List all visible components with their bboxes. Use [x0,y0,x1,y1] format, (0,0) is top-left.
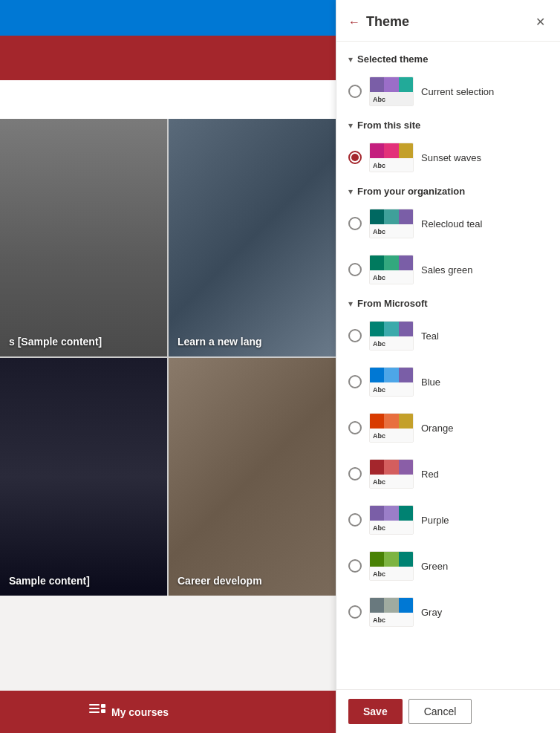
left-content: s [Sample content] Learn a new lang Samp… [0,0,336,733]
swatch-green: Abc [369,551,414,581]
my-courses-label: My courses [111,706,169,718]
section-from-site-header: ▾ From this site [348,120,548,131]
white-bar [0,80,336,119]
radio-current[interactable] [348,85,362,98]
card-4-image [169,358,336,596]
theme-option-orange[interactable]: Abc Orange [348,410,548,446]
radio-blue[interactable] [348,375,362,388]
panel-footer: Save Cancel [336,689,560,733]
card-3-image [0,358,167,596]
theme-panel: ← Theme ✕ ▾ Selected theme Abc Current s… [336,0,560,733]
swatch-orange: Abc [369,413,414,443]
theme-name-gray: Gray [421,607,442,618]
svg-rect-4 [101,709,105,713]
theme-option-relecloud[interactable]: Abc Relecloud teal [348,206,548,241]
card-2[interactable]: Learn a new lang [169,119,336,356]
theme-name-current: Current selection [421,86,494,97]
section-from-microsoft-label: From Microsoft [357,298,428,309]
chevron-down-icon-4: ▾ [348,299,353,309]
section-from-org-header: ▾ From your organization [348,186,548,197]
theme-option-blue[interactable]: Abc Blue [348,364,548,400]
swatch-purple: Abc [369,505,414,535]
radio-sunset[interactable] [348,151,362,164]
radio-purple[interactable] [348,513,362,527]
section-selected-theme-label: Selected theme [357,53,428,65]
card-4[interactable]: Career developm [169,358,336,596]
swatch-red: Abc [369,459,414,489]
theme-name-teal: Teal [421,330,439,342]
svg-rect-3 [101,704,105,708]
section-from-microsoft-header: ▾ From Microsoft [348,298,548,309]
my-courses-icon [89,703,105,720]
section-selected-theme-header: ▾ Selected theme [348,53,548,65]
swatch-relecloud: Abc [369,209,414,238]
theme-option-salesgreen[interactable]: Abc Sales green [348,252,548,287]
swatch-teal: Abc [369,321,414,351]
card-grid: s [Sample content] Learn a new lang Samp… [0,119,336,596]
radio-teal[interactable] [348,329,362,342]
swatch-current: Abc [369,76,414,106]
panel-header: ← Theme ✕ [336,0,560,42]
bottom-nav[interactable]: My courses [0,691,336,733]
theme-name-blue: Blue [421,377,440,388]
theme-option-sunset[interactable]: Abc Sunset waves [348,140,548,175]
save-button[interactable]: Save [348,699,403,724]
radio-gray[interactable] [348,605,362,619]
swatch-blue: Abc [369,367,414,397]
theme-option-green[interactable]: Abc Green [348,548,548,584]
theme-option-red[interactable]: Abc Red [348,456,548,492]
theme-name-green: Green [421,561,448,572]
radio-relecloud[interactable] [348,217,362,230]
swatch-salesgreen: Abc [369,255,414,284]
card-3-label: Sample content] [9,575,90,587]
card-2-label: Learn a new lang [178,336,262,348]
card-4-label: Career developm [178,575,262,587]
svg-rect-1 [89,708,100,709]
panel-body: ▾ Selected theme Abc Current selection ▾… [336,42,560,689]
chevron-down-icon: ▾ [348,54,353,65]
swatch-sunset: Abc [369,143,414,172]
card-1-image [0,119,167,356]
section-from-org-label: From your organization [357,186,465,197]
theme-option-gray[interactable]: Abc Gray [348,594,548,630]
chevron-down-icon-2: ▾ [348,120,353,131]
card-1[interactable]: s [Sample content] [0,119,167,356]
radio-green[interactable] [348,559,362,573]
theme-name-red: Red [421,469,439,480]
radio-salesgreen[interactable] [348,263,362,276]
theme-name-sunset: Sunset waves [421,152,481,163]
radio-orange[interactable] [348,421,362,434]
close-button[interactable]: ✕ [533,12,548,32]
svg-rect-2 [89,711,100,713]
card-2-image [169,119,336,356]
theme-option-purple[interactable]: Abc Purple [348,502,548,538]
theme-name-purple: Purple [421,515,449,526]
theme-option-teal[interactable]: Abc Teal [348,318,548,354]
theme-name-relecloud: Relecloud teal [421,218,482,229]
panel-title-area: ← Theme [348,14,409,30]
back-button[interactable]: ← [348,16,360,29]
swatch-gray: Abc [369,597,414,627]
panel-title: Theme [366,14,409,30]
theme-option-current[interactable]: Abc Current selection [348,74,548,109]
section-from-site-label: From this site [357,120,420,131]
card-3[interactable]: Sample content] [0,358,167,596]
theme-name-orange: Orange [421,423,453,434]
chevron-down-icon-3: ▾ [348,186,353,197]
top-bar [0,0,336,36]
cancel-button[interactable]: Cancel [408,699,472,724]
radio-red[interactable] [348,467,362,480]
brand-bar [0,36,336,80]
svg-rect-0 [89,704,100,706]
theme-name-salesgreen: Sales green [421,264,472,276]
card-1-label: s [Sample content] [9,336,102,348]
